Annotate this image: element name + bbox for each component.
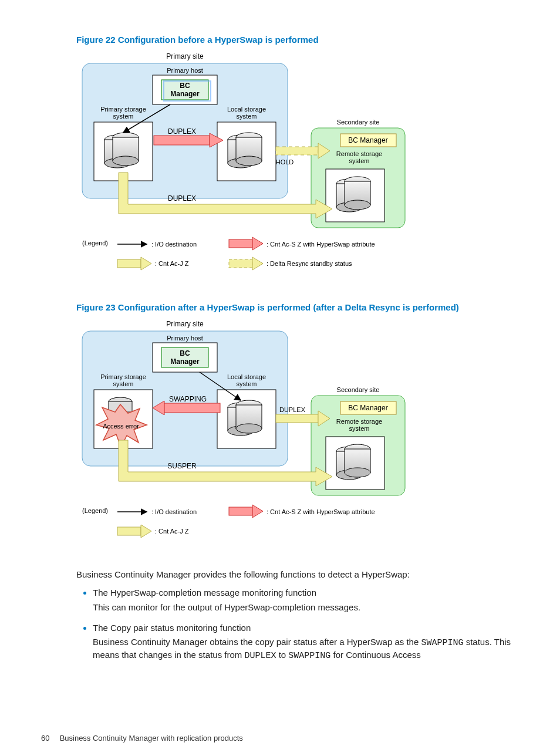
svg-marker-38 [252,237,263,250]
svg-rect-64 [164,403,220,413]
primary-host-label: Primary host [167,335,203,342]
access-error-label: Access error [103,423,139,430]
svg-text:: Cnt Ac-S Z with HyperSwap at: : Cnt Ac-S Z with HyperSwap attribute [266,508,375,515]
primary-storage-label-1: Primary storage [100,106,146,113]
function-list: The HyperSwap-completion message monitor… [76,586,519,662]
primary-host-label: Primary host [167,67,203,74]
svg-point-12 [113,156,139,166]
svg-point-20 [236,156,262,166]
svg-text:system: system [113,380,134,387]
svg-text:BC: BC [180,349,190,357]
bc-manager-2-label: BC Manager [348,136,387,144]
item-2-heading: The Copy pair status monitoring function [93,622,519,634]
page-number: 60 [41,733,58,744]
primary-site-label: Primary site [166,52,204,60]
remote-storage-label-1: Remote storage [336,150,382,157]
svg-marker-40 [141,257,151,270]
cylinder-icon [228,133,262,168]
svg-rect-41 [229,259,252,268]
svg-text:Primary storage: Primary storage [100,373,146,380]
svg-point-30 [345,200,370,210]
svg-text:system: system [237,113,257,120]
legend-label: (Legend) [82,507,108,514]
legend-label: (Legend) [82,239,108,247]
duplex-2-label: DUPLEX [168,194,196,202]
mono-duplex: DUPLEX [244,651,276,661]
svg-marker-86 [141,525,151,538]
intro-paragraph: Business Continuity Manager provides the… [76,569,519,580]
item-1-body: This can monitor for the output of Hyper… [93,602,519,613]
hold-label: HOLD [276,158,294,166]
duplex-label: DUPLEX [279,406,306,413]
svg-rect-34 [276,147,318,155]
svg-text:Secondary site: Secondary site [337,386,380,393]
svg-rect-85 [117,527,141,535]
svg-text:system: system [237,380,257,387]
list-item: The Copy pair status monitoring function… [93,622,519,663]
svg-text:Local storage: Local storage [227,373,266,380]
svg-point-77 [345,468,370,477]
secondary-site-label: Secondary site [337,119,380,126]
cylinder-icon [104,133,139,168]
susper-label: SUSPER [167,462,197,470]
item-2-body: Business Continuity Manager obtains the … [93,636,519,663]
item-1-heading: The HyperSwap-completion message monitor… [93,587,519,599]
legend-io-dest: : I/O destination [151,241,197,248]
svg-text:BC Manager: BC Manager [348,404,387,412]
figure-23-diagram: Primary site Primary host BC Manager Pri… [76,319,519,557]
figure-22-caption: Figure 22 Configuration before a HyperSw… [76,34,519,46]
svg-text:Remote storage: Remote storage [336,418,382,425]
legend-cntacj: : Cnt Ac-J Z [155,260,189,267]
duplex-1-label: DUPLEX [168,127,196,136]
svg-text:: I/O destination: : I/O destination [151,508,197,515]
list-item: The HyperSwap-completion message monitor… [93,586,519,613]
svg-rect-78 [276,414,318,423]
local-storage-label-1: Local storage [227,106,266,113]
svg-rect-37 [229,239,252,248]
legend-delta: : Delta Resync standby status [266,260,352,267]
page-footer: 60 Business Continuity Manager with repl… [41,733,519,744]
cylinder-icon [336,444,370,480]
mono-swapping-2: SWAPPING [288,651,330,661]
primary-site-label: Primary site [166,320,204,328]
svg-point-61 [236,424,262,433]
figure-23-caption: Figure 23 Configuration after a HyperSwa… [76,302,519,313]
svg-rect-82 [229,507,252,515]
bc-manager-label: BC [180,82,190,90]
svg-text:Manager: Manager [170,357,200,366]
swapping-label: SWAPPING [169,395,207,403]
svg-text:: Cnt Ac-J Z: : Cnt Ac-J Z [155,528,189,535]
svg-text:Manager: Manager [170,90,200,98]
svg-marker-83 [252,505,263,518]
svg-text:system: system [349,157,370,164]
mono-swapping: SWAPPING [421,638,463,648]
figure-22-diagram: Primary site Primary host BC Manager Pri… [76,52,519,289]
legend-cntacs: : Cnt Ac-S Z with HyperSwap attribute [266,241,375,248]
svg-rect-32 [154,136,210,145]
cylinder-icon [228,400,262,436]
svg-marker-42 [252,257,263,270]
footer-section: Business Continuity Manager with replica… [60,734,243,742]
svg-text:system: system [113,113,134,120]
svg-rect-39 [117,259,141,268]
cylinder-icon [336,177,370,212]
svg-text:system: system [349,425,370,432]
